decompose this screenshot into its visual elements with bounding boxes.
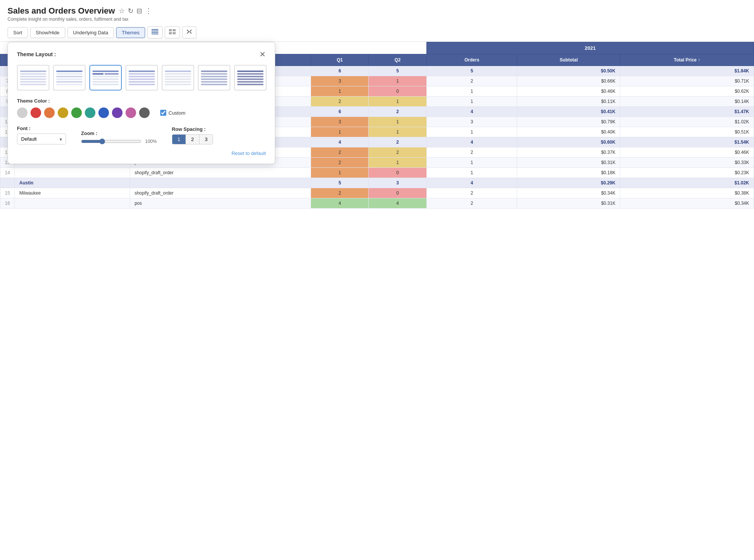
cell-num [0,178,15,188]
cell-q1: 6 [311,107,369,117]
cell-q2: 5 [369,66,426,76]
cell-city [15,168,130,178]
table-view-button[interactable] [165,26,180,38]
color-yellow[interactable] [58,107,68,118]
theme-color-section: Theme Color : Custom [17,98,266,118]
show-hide-button[interactable]: Show/Hide [30,27,65,38]
star-icon[interactable]: ☆ [119,7,125,15]
cell-total: $0.38K [620,188,754,198]
refresh-icon[interactable]: ↻ [128,7,133,15]
page-header: Sales and Orders Overview ☆ ↻ ⊟ ⋮ Comple… [0,0,754,23]
reset-link[interactable]: Reset to default [231,150,266,156]
svg-line-11 [190,32,192,34]
color-gray[interactable] [17,107,28,118]
svg-rect-6 [169,32,172,34]
svg-rect-5 [173,29,176,31]
expand-icon [186,29,192,34]
col-q1: Q1 [311,54,369,66]
color-orange[interactable] [44,107,55,118]
cell-q1: 2 [311,97,369,107]
layout-3[interactable] [89,65,122,91]
cell-total: $1.84K [620,66,754,76]
expand-button[interactable] [182,26,196,38]
layout-5[interactable] [162,65,194,91]
themes-button[interactable]: Themes [116,27,145,38]
font-select-wrapper: Default [17,133,66,144]
layout-2[interactable] [53,65,86,91]
cell-q2: 2 [369,137,426,147]
col-q2: Q2 [369,54,426,66]
zoom-slider-row: 100% [81,138,157,144]
cell-total: $0.71K [620,76,754,86]
font-select[interactable]: Default [17,133,66,144]
cell-q1: 2 [311,158,369,168]
cell-q1: 1 [311,168,369,178]
cell-orders: 4 [426,178,517,188]
row-spacing-1[interactable]: 1 [172,135,186,144]
cell-subtotal: $0.60K [517,137,620,147]
color-green[interactable] [71,107,82,118]
cell-subtotal: $0.29K [517,178,620,188]
zoom-slider[interactable] [81,138,141,144]
cell-q2: 4 [369,198,426,209]
color-purple[interactable] [112,107,123,118]
cell-orders: 1 [426,158,517,168]
cell-orders: 1 [426,86,517,97]
close-button[interactable]: ✕ [259,50,266,59]
sort-button[interactable]: Sort [8,27,28,38]
cell-orders: 1 [426,97,517,107]
cell-subtotal: $0.37K [517,147,620,158]
svg-rect-3 [152,34,158,34]
table-row: 16 pos 4 4 2 $0.31K $0.34K [0,198,754,209]
title-row: Sales and Orders Overview ☆ ↻ ⊟ ⋮ [8,6,746,16]
cell-subtotal: $0.31K [517,158,620,168]
more-icon[interactable]: ⋮ [145,7,152,15]
underlying-data-button[interactable]: Underlying Data [67,27,114,38]
cell-num: 15 [0,188,15,198]
cell-total: $0.14K [620,97,754,107]
custom-checkbox-input[interactable] [160,110,166,116]
cell-num: 16 [0,198,15,209]
cell-q1: 4 [311,198,369,209]
layout-6[interactable] [198,65,230,91]
color-blue[interactable] [98,107,109,118]
cell-q2: 1 [369,76,426,86]
layout-1[interactable] [17,65,49,91]
theme-layout-options [17,65,266,91]
save-icon[interactable]: ⊟ [136,7,142,15]
cell-subtotal: $0.41K [517,107,620,117]
color-red[interactable] [31,107,41,118]
cell-orders: 1 [426,127,517,137]
cell-subtotal: $0.18K [517,168,620,178]
color-dark-gray[interactable] [139,107,150,118]
color-section-label: Theme Color : [17,98,266,104]
cell-orders: 2 [426,198,517,209]
cell-q1: 6 [311,66,369,76]
custom-checkbox[interactable]: Custom [160,110,185,116]
layout-4[interactable] [126,65,158,91]
cell-source [130,178,311,188]
svg-line-10 [187,32,189,34]
grid-view-button[interactable] [147,26,162,38]
color-teal[interactable] [85,107,95,118]
layout-7[interactable] [234,65,267,91]
cell-source: shopify_draft_order [130,168,311,178]
svg-line-8 [187,30,189,32]
header-icons: ☆ ↻ ⊟ ⋮ [119,7,152,15]
cell-total: $0.33K [620,158,754,168]
cell-subtotal: $0.79K [517,117,620,127]
row-spacing-label: Row Spacing : [172,126,213,132]
svg-rect-2 [152,32,158,33]
cell-orders: 1 [426,168,517,178]
color-pink[interactable] [126,107,136,118]
cell-q2: 2 [369,147,426,158]
cell-total: $1.02K [620,117,754,127]
row-spacing-2[interactable]: 2 [186,135,199,144]
cell-q2: 1 [369,127,426,137]
zoom-control: Zoom : 100% [81,130,157,144]
row-spacing-3[interactable]: 3 [199,135,213,144]
font-zoom-row: Font : Default Zoom : 100% Row Spacing :… [17,126,266,144]
cell-q2: 2 [369,107,426,117]
cell-subtotal: $0.50K [517,66,620,76]
cell-total: $0.23K [620,168,754,178]
